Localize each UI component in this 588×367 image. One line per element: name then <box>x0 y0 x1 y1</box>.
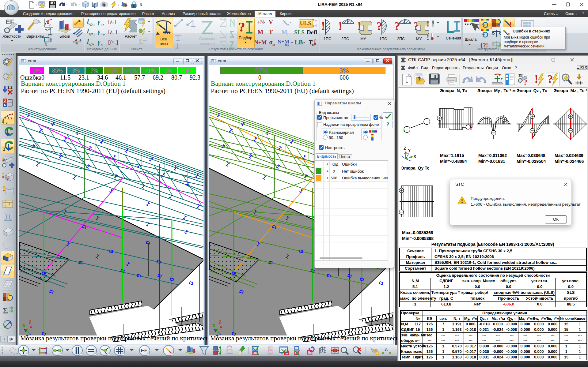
svg-text:1ПС: 1ПС <box>324 37 331 41</box>
svg-text:R: R <box>47 21 49 25</box>
svg-text:2ПС: 2ПС <box>397 37 405 41</box>
svg-text:Варианты: Варианты <box>26 34 44 39</box>
svg-text:ef,b: ef,b <box>89 42 94 46</box>
svg-text:1ПС: 1ПС <box>379 37 387 41</box>
svg-text:L: L <box>385 346 388 352</box>
svg-text:Y: Y <box>408 148 411 153</box>
svg-text:!: ! <box>338 19 342 33</box>
svg-text:Блоки: Блоки <box>59 34 70 39</box>
svg-text:γ: γ <box>98 39 101 46</box>
svg-text:МУ: МУ <box>360 37 366 41</box>
svg-text:LB: LB <box>295 39 303 46</box>
svg-text:!: ! <box>321 19 325 33</box>
svg-text:N+M: N+M <box>255 39 267 46</box>
svg-text:1: 1 <box>93 33 95 36</box>
svg-text:4: 4 <box>315 24 317 27</box>
svg-text:1.2: 1.2 <box>8 116 12 120</box>
svg-text:EI: EI <box>518 73 523 78</box>
svg-text:1.2: 1.2 <box>3 121 7 125</box>
svg-text:Сквозное: Сквозное <box>199 36 217 41</box>
svg-text:2: 2 <box>4 99 6 103</box>
svg-text:Z: Z <box>404 146 406 151</box>
svg-text:сечение: сечение <box>200 41 215 46</box>
svg-text:Z: Z <box>28 320 32 324</box>
svg-text:SLS: SLS <box>294 29 305 36</box>
svg-text:M: M <box>258 29 264 36</box>
svg-text:[λ-]: [λ-] <box>108 19 116 25</box>
svg-text:X: X <box>212 323 216 328</box>
svg-text:n: n <box>101 43 103 46</box>
svg-text:[λ+]: [λ+] <box>108 29 117 35</box>
svg-text:c.φ: c.φ <box>101 32 105 36</box>
svg-text:м: м <box>272 43 275 46</box>
svg-text:B: B <box>45 43 47 46</box>
svg-text:Жесткости: Жесткости <box>2 34 21 39</box>
svg-text:?: ? <box>547 73 553 85</box>
svg-text:?: ? <box>394 19 400 33</box>
svg-text:b: b <box>286 32 288 36</box>
svg-text:?: ? <box>523 78 527 87</box>
svg-text:!: ! <box>534 73 538 85</box>
svg-text:Σ: Σ <box>3 306 8 315</box>
svg-text:V: V <box>269 19 273 25</box>
svg-text:y: y <box>49 23 51 26</box>
svg-text:2ПС: 2ПС <box>341 37 349 41</box>
svg-text:b,y: b,y <box>285 43 289 47</box>
svg-text:Сечения: Сечения <box>446 36 461 40</box>
svg-text:EF: EF <box>141 348 147 353</box>
svg-text:σ: σ <box>269 39 273 46</box>
svg-text:!: ! <box>427 19 429 28</box>
svg-text:max: max <box>431 20 434 27</box>
svg-text:T: T <box>269 29 273 36</box>
svg-text:c.s: c.s <box>101 23 104 26</box>
svg-text:Z: Z <box>218 320 222 324</box>
svg-text:?: ? <box>238 20 245 35</box>
svg-text:by: by <box>286 22 290 26</box>
svg-text:6: 6 <box>4 103 6 107</box>
svg-text:efy: efy <box>89 22 93 26</box>
svg-text:[f/L]: [f/L] <box>108 39 118 45</box>
svg-text:Defl: Defl <box>307 29 317 36</box>
svg-text:1,2: 1,2 <box>7 85 13 90</box>
svg-text:1: 1 <box>3 146 5 152</box>
svg-text:γ: γ <box>98 28 101 35</box>
svg-text:+N: +N <box>257 19 264 25</box>
svg-text:γ: γ <box>98 18 101 25</box>
svg-text:МУ: МУ <box>416 37 422 41</box>
svg-text:σ: σ <box>142 42 145 46</box>
svg-text:{?!: {?! <box>480 42 488 49</box>
svg-text:!: ! <box>427 32 429 42</box>
svg-text:X: X <box>413 154 416 159</box>
svg-text:1: 1 <box>93 24 95 26</box>
svg-text:X: X <box>22 323 26 328</box>
svg-text:efz: efz <box>89 32 93 36</box>
svg-text:3: 3 <box>3 337 5 341</box>
svg-text:2: 2 <box>315 19 317 23</box>
svg-text:Расчет: Расчет <box>125 34 137 39</box>
svg-text:Шкала: Шкала <box>465 37 476 42</box>
svg-text:H: H <box>50 38 52 41</box>
